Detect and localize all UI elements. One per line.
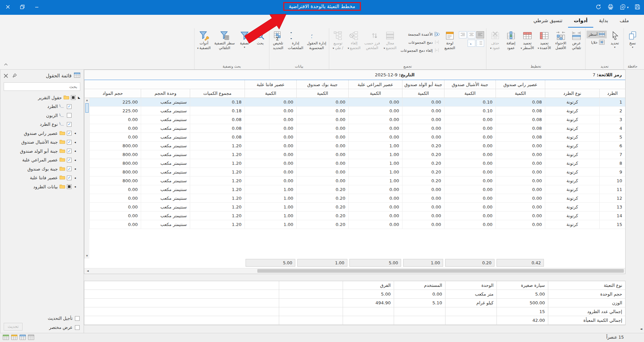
scroll-down-icon[interactable]: ▼ bbox=[85, 254, 89, 259]
refresh-button[interactable] bbox=[595, 4, 602, 11]
freeze-rows-button[interactable]: تجميدالأسطر ▾ bbox=[519, 28, 536, 51]
group-column-header[interactable]: جبنة بوك صندوق bbox=[296, 80, 348, 89]
collapse-ribbon-button[interactable] bbox=[4, 61, 8, 67]
align-right-button[interactable] bbox=[476, 31, 484, 38]
column-header[interactable]: نوع الطرد bbox=[545, 89, 599, 98]
table-row[interactable]: 5كرتونة0.080.000.000.000.000.000.08سنتيم… bbox=[89, 133, 625, 142]
column-header[interactable]: حجم المواد bbox=[84, 89, 141, 98]
field-list-item[interactable]: ◂جبنة الأشبال صندوق bbox=[0, 138, 84, 147]
table-row[interactable]: 13كرتونة0.000.000.000.000.201.001.20سنتي… bbox=[89, 203, 625, 212]
export-button[interactable]: ▾ bbox=[619, 4, 629, 11]
align-left-button[interactable] bbox=[459, 31, 467, 38]
expand-icon[interactable]: ◂ bbox=[73, 185, 77, 188]
column-header[interactable]: الكمية bbox=[245, 89, 296, 98]
grouping-panel-button[interactable]: لوحةالتجميع bbox=[442, 28, 458, 51]
table-row[interactable]: 1كرتونة0.080.100.000.000.000.000.18سنتيم… bbox=[89, 98, 625, 107]
filter-tools-button[interactable]: أدواتالتصفية ▾ bbox=[196, 28, 212, 51]
scroll-left-icon[interactable]: ◄ bbox=[85, 268, 90, 274]
tab-home[interactable]: بداية bbox=[593, 15, 614, 28]
view-button[interactable] bbox=[11, 335, 17, 341]
pin-icon[interactable] bbox=[12, 73, 17, 79]
compact-view-checkbox[interactable] bbox=[75, 325, 80, 330]
group-column-header[interactable]: جبنة الأشبال صندوق bbox=[444, 80, 496, 89]
grouped-columns-button[interactable]: الأعمدة المجمعة bbox=[398, 31, 442, 38]
group-column-header[interactable]: عصير فانتا علبة bbox=[245, 80, 296, 89]
save-button[interactable] bbox=[634, 4, 641, 11]
column-header[interactable]: الكمية bbox=[296, 89, 348, 98]
sort-ab-button[interactable]: ABA bbox=[468, 40, 475, 47]
table-row[interactable]: 14كرتونة0.000.000.000.000.201.001.20سنتي… bbox=[89, 212, 625, 220]
horizontal-scrollbar[interactable]: ◄ bbox=[84, 268, 625, 274]
filter-button[interactable]: تصفية▾ bbox=[237, 28, 252, 49]
select-cursor-button[interactable]: تحديد▾ bbox=[607, 28, 622, 49]
table-row[interactable]: 4كرتونة0.080.000.000.000.000.000.08سنتيم… bbox=[89, 124, 625, 133]
group-column-header[interactable]: عصير راني صندوق bbox=[496, 80, 545, 89]
field-list-item[interactable]: ◂عصير راني صندوق bbox=[0, 129, 84, 138]
numbered-list-button[interactable]: 123 bbox=[476, 40, 484, 47]
auto-width-button[interactable]: عرضتلقائي bbox=[569, 28, 584, 51]
vertical-scroll-thumb[interactable] bbox=[85, 103, 89, 113]
field-list-item[interactable]: Aالطرد bbox=[0, 102, 84, 111]
close-icon[interactable] bbox=[4, 73, 8, 79]
copy-button[interactable]: نسخ▾ bbox=[625, 28, 640, 49]
best-fit-button[interactable]: الاحتواءالأفضل bbox=[553, 28, 568, 51]
field-checkbox[interactable] bbox=[71, 95, 76, 100]
column-header[interactable]: الطرد bbox=[599, 89, 625, 98]
table-row[interactable]: 7كرتونة0.000.000.201.000.000.001.20سنتيم… bbox=[89, 150, 625, 159]
table-row[interactable]: 11كرتونة0.000.000.000.000.201.001.20سنتي… bbox=[89, 185, 625, 194]
field-checkbox[interactable] bbox=[67, 131, 72, 136]
field-list-item[interactable]: ◂عصير فانتا علبة bbox=[0, 174, 84, 183]
column-header[interactable]: وحدة الحجم bbox=[141, 89, 190, 98]
table-row[interactable]: 3كرتونة0.080.000.000.000.000.000.08سنتيم… bbox=[89, 115, 625, 124]
defer-update-checkbox[interactable] bbox=[75, 316, 80, 321]
field-checkbox[interactable] bbox=[67, 158, 72, 162]
horizontal-scroll-thumb[interactable] bbox=[257, 269, 624, 273]
fx-button[interactable]: fxإدارة الحقولالمحسوبة bbox=[305, 28, 328, 51]
view-button[interactable] bbox=[28, 335, 34, 341]
field-checkbox[interactable] bbox=[67, 176, 72, 180]
field-list-item[interactable]: Aالزبون bbox=[0, 111, 84, 120]
field-list-item[interactable]: ◣حقول التقرير bbox=[0, 93, 84, 102]
align-center-button[interactable] bbox=[468, 31, 475, 38]
group-column-header[interactable]: جبنة أبو الولد صندوق bbox=[402, 80, 444, 89]
field-list-item[interactable]: ◂عصير المراعي علبة bbox=[0, 156, 84, 165]
table-row[interactable]: 9كرتونة0.000.000.201.000.000.001.20سنتيم… bbox=[89, 168, 625, 177]
column-header[interactable]: الكمية bbox=[402, 89, 444, 98]
expand-icon[interactable]: ◂ bbox=[73, 158, 77, 162]
field-list-item[interactable]: ◂جبنة بوك صندوق bbox=[0, 164, 84, 174]
column-header[interactable]: مجموع الكميات bbox=[190, 89, 245, 98]
field-list-item[interactable]: Aنوع الطرد bbox=[0, 120, 84, 129]
table-row[interactable]: 10كرتونة0.000.000.201.000.000.001.20سنتي… bbox=[89, 177, 625, 185]
expand-icon[interactable]: ◂ bbox=[73, 131, 77, 135]
cells-button[interactable]: خلايا bbox=[587, 39, 607, 46]
field-list-item[interactable]: ◂بيانات الطرود bbox=[0, 182, 84, 191]
column-header[interactable]: الكمية bbox=[348, 89, 402, 98]
column-header[interactable]: الكمية bbox=[444, 89, 496, 98]
field-checkbox[interactable] bbox=[67, 122, 72, 127]
vertical-scrollbar[interactable]: ▲ ▼ bbox=[84, 98, 89, 259]
tab-file[interactable]: ملف bbox=[614, 15, 635, 28]
view-button[interactable] bbox=[19, 335, 26, 341]
collapse-icon[interactable]: ◣ bbox=[77, 96, 81, 99]
field-checkbox[interactable] bbox=[67, 104, 72, 109]
field-checkbox[interactable] bbox=[67, 184, 72, 189]
expand-icon[interactable]: ◂ bbox=[73, 141, 77, 144]
table-row[interactable]: 6كرتونة0.000.000.201.000.000.001.20سنتيم… bbox=[89, 142, 625, 150]
table-row[interactable]: 12كرتونة0.000.000.000.000.201.001.20سنتي… bbox=[89, 194, 625, 203]
freeze-columns-button[interactable]: تجميدالأعمدة ▾ bbox=[536, 28, 553, 51]
tab-tools[interactable]: أدوات bbox=[568, 15, 593, 28]
tab-conditional-formatting[interactable]: تنسيق شرطي bbox=[528, 15, 568, 28]
print-button[interactable] bbox=[607, 4, 614, 11]
field-checkbox[interactable] bbox=[67, 140, 72, 145]
table-row[interactable]: 15كرتونة0.000.000.000.000.201.001.20سنتي… bbox=[89, 220, 625, 229]
expand-icon[interactable]: ◂ bbox=[73, 149, 77, 153]
auto-filter-row-button[interactable]: سطر التصفيةالتلقائي bbox=[213, 28, 237, 51]
expand-icon[interactable]: ◂ bbox=[73, 176, 77, 180]
rows-button[interactable]: أسطر bbox=[587, 31, 607, 38]
scroll-right-icon[interactable]: ◄ bbox=[640, 327, 642, 331]
view-button[interactable] bbox=[3, 335, 9, 341]
restore-button[interactable] bbox=[19, 4, 26, 11]
scroll-up-icon[interactable]: ▲ bbox=[85, 98, 89, 103]
table-row[interactable]: 2كرتونة0.080.100.000.000.000.000.18سنتيم… bbox=[89, 107, 625, 115]
field-checkbox[interactable] bbox=[67, 113, 72, 118]
